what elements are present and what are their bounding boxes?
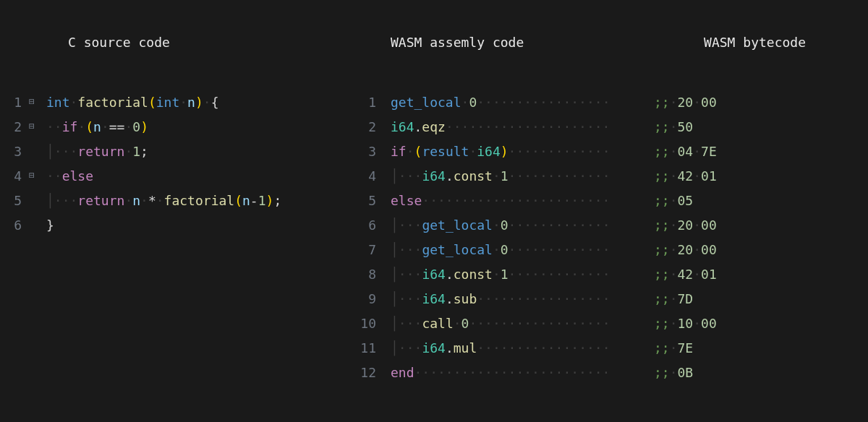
wasm-asm-heading: WASM assemly code bbox=[347, 35, 524, 50]
wasm-heading-row: WASM assemly code WASM bytecode bbox=[347, 35, 868, 50]
c-heading: C source code bbox=[0, 35, 170, 50]
bytecode-text: ;;·42·01 bbox=[654, 262, 717, 287]
code-text[interactable]: } bbox=[46, 213, 347, 238]
bytecode-text: ;;·20·00 bbox=[654, 90, 717, 115]
code-line[interactable]: 8│···i64.const·1·············;;·42·01 bbox=[347, 262, 868, 287]
code-line[interactable]: 6} bbox=[0, 213, 347, 238]
code-text[interactable]: get_local·0················· bbox=[379, 90, 654, 115]
line-number: 7 bbox=[347, 238, 379, 262]
bytecode-text: ;;·50 bbox=[654, 115, 693, 139]
code-line[interactable]: 2⊟··if·(n·==·0) bbox=[0, 115, 347, 139]
code-text[interactable]: ··else bbox=[46, 164, 347, 189]
code-text[interactable]: │···get_local·0············· bbox=[379, 213, 654, 238]
c-source-panel: C source code 1⊟int·factorial(int·n)·{2⊟… bbox=[0, 35, 347, 422]
code-text[interactable]: ··if·(n·==·0) bbox=[46, 115, 347, 139]
line-number: 4 bbox=[347, 164, 379, 189]
fold-icon[interactable]: ⊟ bbox=[25, 114, 39, 139]
code-line[interactable]: 2i64.eqz·····················;;·50 bbox=[347, 115, 868, 139]
line-number: 2 bbox=[0, 115, 25, 139]
code-text[interactable]: if·(result·i64)············· bbox=[379, 139, 654, 164]
line-number: 8 bbox=[347, 262, 379, 287]
line-number: 4 bbox=[0, 164, 25, 189]
code-line[interactable]: 3│···return·1; bbox=[0, 139, 347, 164]
c-code-block[interactable]: 1⊟int·factorial(int·n)·{2⊟··if·(n·==·0)3… bbox=[0, 90, 347, 238]
code-line[interactable]: 1get_local·0·················;;·20·00 bbox=[347, 90, 868, 115]
code-line[interactable]: 10│···call·0··················;;·10·00 bbox=[347, 311, 868, 336]
code-line[interactable]: 5│···return·n·*·factorial(n-1); bbox=[0, 189, 347, 213]
code-line[interactable]: 1⊟int·factorial(int·n)·{ bbox=[0, 90, 347, 115]
editor-container: C source code 1⊟int·factorial(int·n)·{2⊟… bbox=[0, 0, 868, 422]
code-line[interactable]: 12end·························;;·0B bbox=[347, 361, 868, 385]
c-heading-row: C source code bbox=[0, 35, 347, 50]
bytecode-text: ;;·7E bbox=[654, 336, 693, 361]
code-text[interactable]: │···i64.const·1············· bbox=[379, 262, 654, 287]
bytecode-text: ;;·10·00 bbox=[654, 311, 717, 336]
code-line[interactable]: 5else························;;·05 bbox=[347, 189, 868, 213]
bytecode-text: ;;·0B bbox=[654, 361, 693, 385]
bytecode-text: ;;·20·00 bbox=[654, 213, 717, 238]
code-line[interactable]: 11│···i64.mul·················;;·7E bbox=[347, 336, 868, 361]
code-line[interactable]: 9│···i64.sub·················;;·7D bbox=[347, 287, 868, 311]
code-line[interactable]: 3if·(result·i64)·············;;·04·7E bbox=[347, 139, 868, 164]
code-text[interactable]: │···return·1; bbox=[46, 139, 347, 164]
line-number: 6 bbox=[347, 213, 379, 238]
code-text[interactable]: else························ bbox=[379, 189, 654, 213]
code-text[interactable]: int·factorial(int·n)·{ bbox=[46, 90, 347, 115]
line-number: 9 bbox=[347, 287, 379, 311]
code-text[interactable]: │···return·n·*·factorial(n-1); bbox=[46, 189, 347, 213]
fold-icon[interactable]: ⊟ bbox=[25, 163, 39, 188]
line-number: 5 bbox=[347, 189, 379, 213]
bytecode-text: ;;·04·7E bbox=[654, 139, 717, 164]
bytecode-text: ;;·7D bbox=[654, 287, 693, 311]
code-line[interactable]: 4│···i64.const·1·············;;·42·01 bbox=[347, 164, 868, 189]
line-number: 11 bbox=[347, 336, 379, 361]
wasm-code-block[interactable]: 1get_local·0·················;;·20·002i6… bbox=[347, 90, 868, 385]
code-text[interactable]: │···call·0·················· bbox=[379, 311, 654, 336]
fold-icon[interactable]: ⊟ bbox=[25, 90, 39, 114]
line-number: 10 bbox=[347, 311, 379, 336]
bytecode-text: ;;·05 bbox=[654, 189, 693, 213]
code-line[interactable]: 6│···get_local·0·············;;·20·00 bbox=[347, 213, 868, 238]
line-number: 5 bbox=[0, 189, 25, 213]
bytecode-text: ;;·20·00 bbox=[654, 238, 717, 262]
code-text[interactable]: │···get_local·0············· bbox=[379, 238, 654, 262]
wasm-byte-heading: WASM bytecode bbox=[704, 35, 868, 50]
line-number: 12 bbox=[347, 361, 379, 385]
line-number: 1 bbox=[0, 90, 25, 115]
bytecode-text: ;;·42·01 bbox=[654, 164, 717, 189]
code-text[interactable]: end························· bbox=[379, 361, 654, 385]
code-text[interactable]: │···i64.sub················· bbox=[379, 287, 654, 311]
code-text[interactable]: i64.eqz····················· bbox=[379, 115, 654, 139]
line-number: 3 bbox=[0, 139, 25, 164]
code-line[interactable]: 7│···get_local·0·············;;·20·00 bbox=[347, 238, 868, 262]
line-number: 1 bbox=[347, 90, 379, 115]
code-text[interactable]: │···i64.mul················· bbox=[379, 336, 654, 361]
wasm-panel: WASM assemly code WASM bytecode 1get_loc… bbox=[347, 35, 868, 422]
line-number: 6 bbox=[0, 213, 25, 238]
code-text[interactable]: │···i64.const·1············· bbox=[379, 164, 654, 189]
line-number: 3 bbox=[347, 139, 379, 164]
line-number: 2 bbox=[347, 115, 379, 139]
code-line[interactable]: 4⊟··else bbox=[0, 164, 347, 189]
